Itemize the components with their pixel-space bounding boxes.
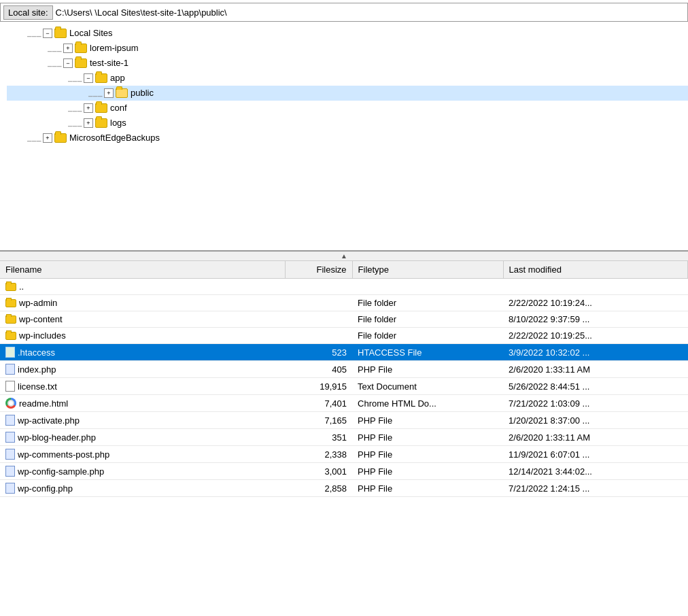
folder-icon	[5, 332, 16, 340]
file-name-text: wp-comments-post.php	[18, 449, 109, 460]
table-row[interactable]: wp-contentFile folder8/10/2022 9:37:59 .…	[0, 311, 688, 328]
expand-edge-backups[interactable]: +	[43, 133, 52, 143]
tree-label-app: app	[110, 71, 125, 86]
col-filesize[interactable]: Filesize	[285, 261, 352, 279]
file-type-cell: PHP File	[352, 429, 503, 446]
file-size-cell: 7,401	[285, 395, 352, 412]
table-row[interactable]: .htaccess523HTACCESS File3/9/2022 10:32:…	[0, 344, 688, 361]
table-row[interactable]: wp-adminFile folder2/22/2022 10:19:24...	[0, 295, 688, 311]
expand-public[interactable]: +	[104, 88, 114, 98]
txt-file-icon	[5, 381, 15, 392]
expand-test-site-1[interactable]: −	[63, 58, 73, 68]
file-type-cell: Text Document	[352, 378, 503, 395]
table-row[interactable]: wp-blog-header.php351PHP File2/6/2020 1:…	[0, 429, 688, 446]
file-list-body: ..wp-adminFile folder2/22/2022 10:19:24.…	[0, 279, 688, 497]
expand-conf[interactable]: +	[84, 103, 93, 113]
file-table: Filename Filesize Filetype Last modified…	[0, 261, 688, 497]
file-size-cell	[285, 279, 352, 295]
expand-lorem-ipsum[interactable]: +	[63, 44, 73, 53]
file-modified-cell: 8/10/2022 9:37:59 ...	[503, 311, 687, 328]
folder-icon-lorem-ipsum	[75, 44, 87, 53]
table-row[interactable]: ..	[0, 279, 688, 295]
file-name-text: wp-activate.php	[18, 415, 80, 426]
file-name-cell: wp-activate.php	[0, 412, 285, 429]
php-file-icon	[5, 449, 15, 460]
folder-icon	[5, 315, 16, 324]
chrome-html-icon	[5, 398, 16, 409]
file-name-text: .htaccess	[18, 347, 55, 358]
connector: ⎯⎯⎯	[27, 26, 41, 41]
tree-item-logs[interactable]: ⎯⎯⎯ + logs	[7, 116, 688, 131]
table-row[interactable]: wp-includesFile folder2/22/2022 10:19:25…	[0, 328, 688, 344]
file-name-cell: wp-content	[0, 311, 285, 328]
tree-item-lorem-ipsum[interactable]: ⎯⎯⎯ + lorem-ipsum	[7, 41, 688, 56]
file-name-cell: license.txt	[0, 378, 285, 395]
resize-bar[interactable]: ▲	[0, 252, 688, 261]
connector: ⎯⎯⎯	[48, 41, 62, 56]
table-header-row: Filename Filesize Filetype Last modified	[0, 261, 688, 279]
table-row[interactable]: wp-config.php2,858PHP File7/21/2022 1:24…	[0, 480, 688, 497]
table-row[interactable]: license.txt19,915Text Document5/26/2022 …	[0, 378, 688, 395]
tree-label-edge-backups: MicrosoftEdgeBackups	[69, 131, 160, 146]
file-type-cell	[352, 279, 503, 295]
file-modified-cell: 3/9/2022 10:32:02 ...	[503, 344, 687, 361]
tree-label-local-sites: Local Sites	[69, 26, 113, 41]
php-file-icon	[5, 466, 15, 477]
table-row[interactable]: wp-activate.php7,165PHP File1/20/2021 8:…	[0, 412, 688, 429]
file-modified-cell: 7/21/2022 1:03:09 ...	[503, 395, 687, 412]
file-type-cell: PHP File	[352, 361, 503, 378]
file-size-cell: 19,915	[285, 378, 352, 395]
tree-label-test-site-1: test-site-1	[90, 56, 128, 71]
tree-item-test-site-1[interactable]: ⎯⎯⎯ − test-site-1	[7, 56, 688, 71]
tree-item-edge-backups[interactable]: ⎯⎯⎯ + MicrosoftEdgeBackups	[7, 131, 688, 146]
file-name-cell: .htaccess	[0, 344, 285, 361]
file-size-cell: 2,338	[285, 446, 352, 463]
file-modified-cell	[503, 279, 687, 295]
folder-icon-logs	[95, 118, 107, 128]
file-modified-cell: 5/26/2022 8:44:51 ...	[503, 378, 687, 395]
file-name-cell: ..	[0, 279, 285, 295]
file-name-text: license.txt	[18, 381, 57, 392]
connector: ⎯⎯⎯	[48, 56, 62, 71]
file-name-text: ..	[19, 281, 24, 292]
file-name-cell: wp-comments-post.php	[0, 446, 285, 463]
connector: ⎯⎯⎯	[88, 86, 103, 101]
tree-label-public: public	[131, 86, 154, 101]
table-row[interactable]: wp-comments-post.php2,338PHP File11/9/20…	[0, 446, 688, 463]
expand-app[interactable]: −	[84, 73, 93, 83]
tree-item-app[interactable]: ⎯⎯⎯ − app	[7, 71, 688, 86]
folder-icon	[5, 299, 16, 307]
tree-item-local-sites[interactable]: ⎯⎯⎯ − Local Sites	[7, 26, 688, 41]
top-panel: Local site: C:\Users\ \Local Sites\test-…	[0, 0, 688, 252]
table-row[interactable]: index.php405PHP File2/6/2020 1:33:11 AM	[0, 361, 688, 378]
connector: ⎯⎯⎯	[68, 101, 82, 116]
tree-item-public[interactable]: ⎯⎯⎯ + public	[7, 86, 688, 101]
col-filetype[interactable]: Filetype	[352, 261, 503, 279]
folder-icon-public	[116, 88, 128, 98]
php-file-icon	[5, 432, 15, 443]
folder-icon-app	[95, 73, 107, 83]
tree-item-conf[interactable]: ⎯⎯⎯ + conf	[7, 101, 688, 116]
file-name-text: wp-blog-header.php	[18, 432, 96, 443]
php-file-icon	[5, 483, 15, 494]
file-size-cell: 7,165	[285, 412, 352, 429]
file-modified-cell: 12/14/2021 3:44:02...	[503, 463, 687, 480]
file-type-cell: Chrome HTML Do...	[352, 395, 503, 412]
connector: ⎯⎯⎯	[68, 71, 82, 86]
expand-logs[interactable]: +	[84, 118, 93, 128]
file-name-text: readme.html	[19, 398, 68, 409]
col-last-modified[interactable]: Last modified	[503, 261, 687, 279]
expand-local-sites[interactable]: −	[43, 29, 52, 38]
local-site-path: C:\Users\ \Local Sites\test-site-1\app\p…	[56, 7, 227, 18]
table-row[interactable]: wp-config-sample.php3,001PHP File12/14/2…	[0, 463, 688, 480]
table-row[interactable]: readme.html7,401Chrome HTML Do...7/21/20…	[0, 395, 688, 412]
file-size-cell	[285, 295, 352, 311]
file-name-text: index.php	[18, 364, 56, 375]
file-modified-cell: 2/6/2020 1:33:11 AM	[503, 361, 687, 378]
file-type-cell: PHP File	[352, 412, 503, 429]
file-name-cell: readme.html	[0, 395, 285, 412]
file-name-text: wp-admin	[19, 298, 57, 308]
file-name-text: wp-content	[19, 314, 63, 324]
col-filename[interactable]: Filename	[0, 261, 285, 279]
directory-tree: ⎯⎯⎯ − Local Sites ⎯⎯⎯ + lorem-ipsum ⎯⎯⎯ …	[0, 22, 688, 150]
